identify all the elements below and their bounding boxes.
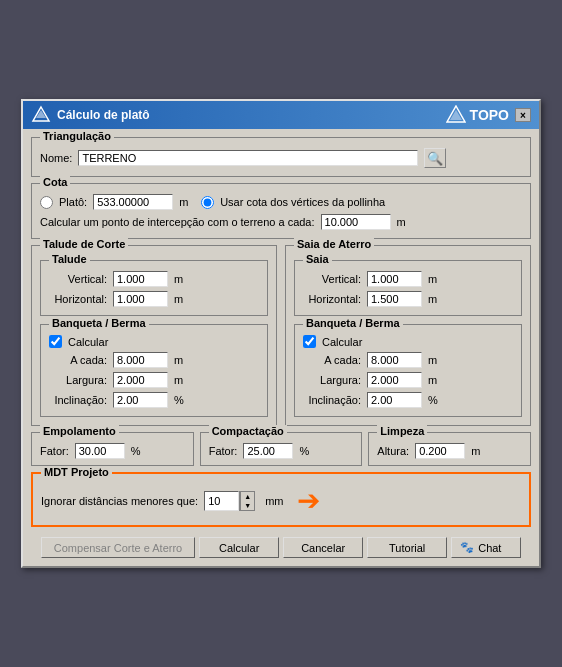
saia-vertical-unit: m <box>428 273 444 285</box>
nome-input[interactable] <box>78 150 418 166</box>
svg-marker-3 <box>450 110 462 120</box>
topo-label: TOPO <box>470 107 509 123</box>
saia-vertical-input[interactable] <box>367 271 422 287</box>
tutorial-button[interactable]: Tutorial <box>367 537 447 558</box>
compactacao-fator-input[interactable] <box>243 443 293 459</box>
talude-horizontal-row: Horizontal: m <box>49 291 259 307</box>
plato-label: Platô: <box>59 196 87 208</box>
cota-group: Cota Platô: m Usar cota dos vértices da … <box>31 183 531 239</box>
limpeza-group: Limpeza Altura: m <box>368 432 531 466</box>
saia-horizontal-label: Horizontal: <box>303 293 361 305</box>
banqueta-corte-largura-row: Largura: m <box>49 372 259 388</box>
banqueta-aterro-group: Banqueta / Berma Calcular A cada: m Larg… <box>294 324 522 417</box>
banqueta-aterro-acada-input[interactable] <box>367 352 422 368</box>
talude-horizontal-unit: m <box>174 293 190 305</box>
calcular-input[interactable] <box>321 214 391 230</box>
banqueta-aterro-acada-row: A cada: m <box>303 352 513 368</box>
mdt-spinner-wrap: ▲ ▼ <box>204 491 255 511</box>
compactacao-row: Fator: % <box>209 443 354 459</box>
arrow-icon: ➔ <box>297 484 320 517</box>
banqueta-corte-calc-label: Calcular <box>68 336 108 348</box>
banqueta-aterro-calc-row: Calcular <box>303 335 513 348</box>
mdt-spinner-up[interactable]: ▲ <box>240 492 254 501</box>
talude-vertical-label: Vertical: <box>49 273 107 285</box>
banqueta-corte-acada-unit: m <box>174 354 190 366</box>
saia-inner: Saia Vertical: m Horizontal: m <box>294 260 522 316</box>
title-bar-left: Cálculo de platô <box>31 105 150 125</box>
banqueta-aterro-incl-row: Inclinação: % <box>303 392 513 408</box>
usar-cota-label: Usar cota dos vértices da pollinha <box>220 196 385 208</box>
banqueta-aterro-largura-unit: m <box>428 374 444 386</box>
talude-corte-group: Talude de Corte Talude Vertical: m Horiz… <box>31 245 277 426</box>
banqueta-corte-calc-checkbox[interactable] <box>49 335 62 348</box>
button-row: Compensar Corte e Aterro Calcular Cancel… <box>31 537 531 558</box>
nome-label: Nome: <box>40 152 72 164</box>
talude-horizontal-input[interactable] <box>113 291 168 307</box>
banqueta-aterro-largura-input[interactable] <box>367 372 422 388</box>
topo-logo: TOPO <box>446 105 509 125</box>
calcular-button[interactable]: Calcular <box>199 537 279 558</box>
close-button[interactable]: × <box>515 108 531 122</box>
plato-radio[interactable] <box>40 196 53 209</box>
chat-button[interactable]: 🐾 Chat <box>451 537 521 558</box>
limpeza-altura-unit: m <box>471 445 487 457</box>
limpeza-row: Altura: m <box>377 443 522 459</box>
banqueta-corte-calc-row: Calcular <box>49 335 259 348</box>
talude-vertical-input[interactable] <box>113 271 168 287</box>
saia-horizontal-row: Horizontal: m <box>303 291 513 307</box>
cota-row2: Calcular um ponto de intercepção com o t… <box>40 214 522 230</box>
banqueta-corte-acada-row: A cada: m <box>49 352 259 368</box>
banqueta-aterro-label: Banqueta / Berma <box>303 317 403 329</box>
talude-vertical-row: Vertical: m <box>49 271 259 287</box>
app-icon <box>31 105 51 125</box>
bottom-factors-row: Empolamento Fator: % Compactação Fator: … <box>31 432 531 466</box>
triangulacao-row: Nome: 🔍 <box>40 148 522 168</box>
banqueta-corte-incl-row: Inclinação: % <box>49 392 259 408</box>
banqueta-corte-largura-unit: m <box>174 374 190 386</box>
compactacao-fator-unit: % <box>299 445 315 457</box>
compensar-button[interactable]: Compensar Corte e Aterro <box>41 537 195 558</box>
saia-vertical-label: Vertical: <box>303 273 361 285</box>
limpeza-altura-input[interactable] <box>415 443 465 459</box>
empolamento-label: Empolamento <box>40 425 119 437</box>
banqueta-aterro-incl-input[interactable] <box>367 392 422 408</box>
banqueta-aterro-largura-row: Largura: m <box>303 372 513 388</box>
saia-horizontal-input[interactable] <box>367 291 422 307</box>
banqueta-aterro-incl-unit: % <box>428 394 444 406</box>
banqueta-corte-largura-input[interactable] <box>113 372 168 388</box>
talude-vertical-unit: m <box>174 273 190 285</box>
banqueta-corte-acada-label: A cada: <box>49 354 107 366</box>
banqueta-corte-label: Banqueta / Berma <box>49 317 149 329</box>
banqueta-corte-incl-unit: % <box>174 394 190 406</box>
cota-row1: Platô: m Usar cota dos vértices da polli… <box>40 194 522 210</box>
cancelar-button[interactable]: Cancelar <box>283 537 363 558</box>
triangulacao-group: Triangulação Nome: 🔍 <box>31 137 531 177</box>
chat-label: Chat <box>478 542 501 554</box>
chat-icon: 🐾 <box>460 541 474 554</box>
mdt-value-input[interactable] <box>204 491 239 511</box>
mdt-ignorar-label: Ignorar distâncias menores que: <box>41 495 198 507</box>
banqueta-aterro-acada-label: A cada: <box>303 354 361 366</box>
middle-section: Talude de Corte Talude Vertical: m Horiz… <box>31 245 531 426</box>
banqueta-corte-acada-input[interactable] <box>113 352 168 368</box>
empolamento-fator-label: Fator: <box>40 445 69 457</box>
saia-label: Saia <box>303 253 332 265</box>
banqueta-aterro-calc-checkbox[interactable] <box>303 335 316 348</box>
usar-cota-radio[interactable] <box>201 196 214 209</box>
search-button[interactable]: 🔍 <box>424 148 446 168</box>
window-title: Cálculo de platô <box>57 108 150 122</box>
banqueta-corte-incl-input[interactable] <box>113 392 168 408</box>
mdt-group: MDT Projeto Ignorar distâncias menores q… <box>31 472 531 527</box>
mdt-row: Ignorar distâncias menores que: ▲ ▼ mm ➔ <box>41 484 521 517</box>
banqueta-corte-group: Banqueta / Berma Calcular A cada: m Larg… <box>40 324 268 417</box>
saia-aterro-group: Saia de Aterro Saia Vertical: m Horizont… <box>285 245 531 426</box>
main-window: Cálculo de platô TOPO × Triangulação Nom… <box>21 99 541 568</box>
plato-input[interactable] <box>93 194 173 210</box>
talude-horizontal-label: Horizontal: <box>49 293 107 305</box>
mdt-spinner-down[interactable]: ▼ <box>240 501 254 510</box>
empolamento-fator-input[interactable] <box>75 443 125 459</box>
cota-label: Cota <box>40 176 70 188</box>
mdt-label: MDT Projeto <box>41 466 112 478</box>
window-content: Triangulação Nome: 🔍 Cota Platô: m Usar … <box>23 129 539 566</box>
talude-label: Talude <box>49 253 90 265</box>
